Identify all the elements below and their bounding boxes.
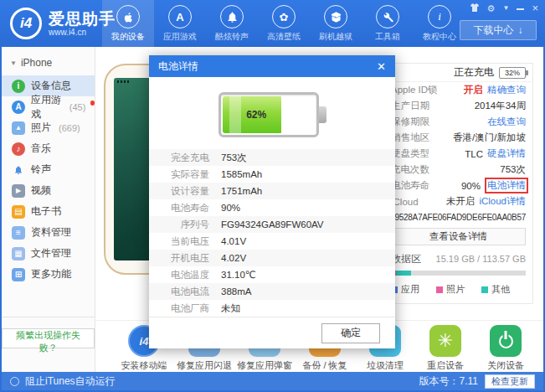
nav-my-device[interactable]: 我的设备: [102, 0, 154, 47]
storage-label: 数据区: [391, 252, 421, 266]
device-group-header[interactable]: ▼ iPhone: [2, 47, 95, 75]
sidebar-item-videos[interactable]: ▶ 视频: [2, 180, 95, 201]
app-logo: i4 爱思助手 www.i4.cn: [10, 8, 116, 39]
info-row-sales-region: 销售地区 香港/澳门/新加坡: [384, 130, 532, 146]
appstore-icon: A: [12, 101, 25, 114]
device-info-panel: 正在充电 32% Apple ID锁 开启 精确查询 生产日期 2014年34周…: [383, 63, 533, 304]
nav-flash-jailbreak[interactable]: 刷机越狱: [310, 0, 362, 47]
power-off-icon: [490, 325, 522, 357]
sidebar-item-more-features[interactable]: ⊞ 更多功能: [2, 264, 95, 285]
legend-photos-swatch: [436, 286, 443, 293]
storage-section: 数据区 15.19 GB / 113.57 GB 应用 照片 其他: [384, 249, 532, 303]
sidebar-item-file-management[interactable]: ▦ 文件管理: [2, 243, 95, 264]
sidebar-item-ebooks[interactable]: ▤ 电子书: [2, 201, 95, 222]
operation-failure-help-button[interactable]: 频繁出现操作失败？: [2, 328, 95, 348]
dialog-title: 电池详情: [158, 59, 198, 74]
stat-row-full-charge: 完全充电753次: [149, 149, 395, 166]
info-row-battery-life: 电池寿命 90% 电池详情: [384, 178, 532, 193]
info-row-appleid: Apple ID锁 开启 精确查询: [384, 82, 532, 98]
charging-status: 正在充电 32%: [384, 64, 532, 82]
reboot-icon: ✳: [429, 325, 461, 357]
info-row-icloud: iCloud 未开启 iCloud详情: [384, 193, 532, 209]
skin-icon[interactable]: [470, 3, 480, 15]
info-row-production-date: 生产日期 2014年34周: [384, 98, 532, 114]
check-update-button[interactable]: 检查更新: [485, 374, 535, 389]
settings-gear-icon[interactable]: ⚙: [487, 3, 496, 14]
download-center-button[interactable]: 下载中心 ↓: [460, 20, 537, 40]
dialog-titlebar[interactable]: 电池详情 ✕: [149, 55, 395, 77]
info-row-disk-type: 硬盘类型 TLC 硬盘详情: [384, 146, 532, 162]
stat-row-design-capacity: 设计容量1751mAh: [149, 183, 395, 199]
data-card-icon: ≡: [12, 226, 25, 240]
jailbreak-box-icon: [324, 5, 347, 28]
icloud-detail-link[interactable]: iCloud详情: [479, 195, 526, 208]
version-label: 版本号：7.11: [419, 374, 478, 389]
info-row-warranty: 保修期限 在线查询: [384, 114, 532, 130]
sidebar-item-ringtones[interactable]: 铃声: [2, 159, 95, 180]
app-window: i4 爱思助手 www.i4.cn 我的设备 A 应用游戏 酷炫铃声: [0, 0, 545, 392]
stat-row-temperature: 电池温度31.10℃: [149, 266, 395, 283]
storage-segment-other: [396, 271, 411, 276]
bell-icon: [220, 5, 244, 28]
grid-icon: ⊞: [12, 268, 25, 281]
disk-detail-link[interactable]: 硬盘详情: [487, 147, 526, 160]
bell-icon: [12, 163, 25, 177]
chevron-down-icon: ▼: [10, 59, 17, 67]
download-arrow-icon: ↓: [518, 24, 523, 36]
battery-body: 62%: [219, 92, 319, 137]
nav-tutorials[interactable]: i 教程中心: [414, 0, 465, 47]
sidebar-item-photos[interactable]: ▲ 照片 (669): [2, 117, 95, 138]
stat-row-serial-number: 序列号FG94324GA89FW60AV: [149, 216, 395, 233]
stat-row-current-voltage: 当前电压4.01V: [149, 233, 395, 250]
sidebar: ▼ iPhone i 设备信息 A 应用游戏 (45) ▲ 照片 (669) ♪…: [2, 47, 95, 372]
iphone-status-dots: [117, 80, 131, 83]
nav-ringtones[interactable]: 酷炫铃声: [206, 0, 258, 47]
sidebar-item-data-management[interactable]: ≡ 资料管理: [2, 222, 95, 243]
stat-row-actual-capacity: 实际容量1585mAh: [149, 166, 395, 183]
legend-other-swatch: [481, 286, 488, 293]
battery-detail-link[interactable]: 电池详情: [485, 178, 528, 193]
stat-row-battery-life: 电池寿命90%: [149, 199, 395, 216]
nav-wallpapers[interactable]: ✿ 高清壁纸: [258, 0, 310, 47]
info-row-udid: 39528A7AFE06FAD9DE6FE0AA0B57: [384, 209, 532, 225]
i4-logo-icon: i4: [10, 8, 42, 39]
sidebar-item-apps-games[interactable]: A 应用游戏 (45): [2, 96, 95, 117]
top-navbar: i4 爱思助手 www.i4.cn 我的设备 A 应用游戏 酷炫铃声: [0, 0, 545, 47]
dialog-close-icon[interactable]: ✕: [377, 60, 386, 73]
appleid-query-link[interactable]: 精确查询: [487, 84, 526, 96]
music-note-icon: ♪: [12, 142, 25, 156]
book-icon: ▤: [12, 205, 25, 219]
notification-dot: [90, 101, 95, 106]
storage-legend: 应用 照片 其他: [391, 283, 526, 296]
stat-row-boot-voltage: 开机电压4.02V: [149, 250, 395, 266]
toolbox-icon: [376, 5, 399, 28]
battery-details-dialog: 电池详情 ✕ 62% 完全充电753次 实际容量1585mAh 设计容量1751…: [149, 55, 395, 348]
storage-bar: [391, 271, 526, 276]
nav-apps-games[interactable]: A 应用游戏: [154, 0, 206, 47]
stat-row-current: 电池电流388mA: [149, 283, 395, 300]
minimize-icon[interactable]: [517, 3, 524, 14]
ok-button[interactable]: 确定: [321, 323, 380, 343]
main-nav: 我的设备 A 应用游戏 酷炫铃声 ✿ 高清壁纸 刷机越狱: [102, 0, 465, 47]
block-itunes-radio[interactable]: [10, 377, 19, 386]
close-icon[interactable]: ×: [532, 3, 538, 14]
battery-level-icon: 32%: [499, 67, 526, 79]
photo-icon: ▲: [12, 121, 25, 135]
warranty-query-link[interactable]: 在线查询: [487, 116, 526, 128]
action-reboot-device[interactable]: ✳ 重启设备: [415, 325, 476, 372]
sidebar-footer: 频繁出现操作失败？: [2, 317, 95, 372]
apple-icon: [116, 5, 140, 28]
device-info-icon: i: [12, 80, 25, 93]
dialog-footer: 确定: [149, 317, 395, 348]
block-itunes-label: 阻止iTunes自动运行: [25, 374, 116, 389]
sidebar-item-music[interactable]: ♪ 音乐: [2, 138, 95, 159]
nav-toolbox[interactable]: 工具箱: [362, 0, 414, 47]
view-device-details-button[interactable]: 查看设备详情: [391, 228, 526, 245]
video-icon: ▶: [12, 184, 25, 198]
battery-stats-list: 完全充电753次 实际容量1585mAh 设计容量1751mAh 电池寿命90%…: [149, 149, 395, 317]
window-controls: ⚙ ▼ ×: [470, 3, 538, 14]
action-power-off-device[interactable]: 关闭设备: [476, 325, 536, 372]
menu-icon[interactable]: ▼: [502, 3, 509, 14]
file-icon: ▦: [12, 247, 25, 260]
status-bar: 阻止iTunes自动运行 版本号：7.11 检查更新: [2, 372, 543, 390]
